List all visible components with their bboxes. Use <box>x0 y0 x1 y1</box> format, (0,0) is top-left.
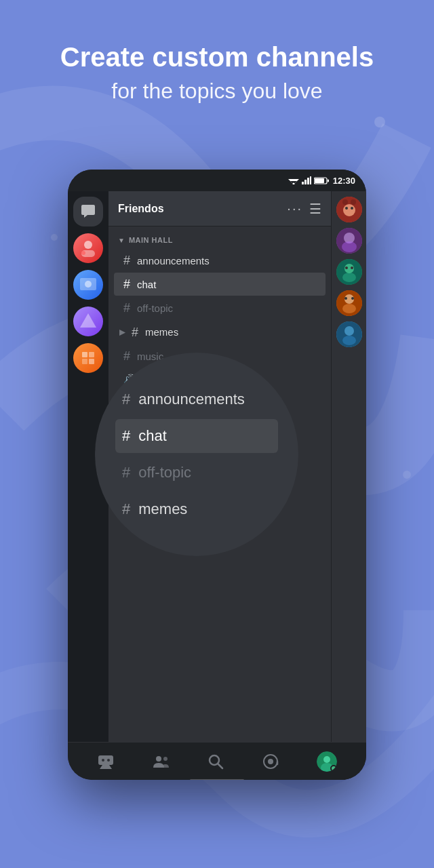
svg-point-2 <box>51 234 58 241</box>
bullet-icon-memes: ▸ <box>119 326 125 338</box>
svg-rect-13 <box>328 179 329 182</box>
nav-mentions[interactable] <box>262 753 279 770</box>
home-server-icon[interactable] <box>73 197 103 226</box>
member-avatar-4[interactable] <box>336 290 362 316</box>
hamburger-menu-button[interactable]: ☰ <box>309 201 321 217</box>
search-nav-icon <box>207 753 224 770</box>
svg-rect-12 <box>315 178 324 183</box>
svg-point-51 <box>344 297 347 300</box>
phone-mockup: 12:30 <box>68 170 366 780</box>
spotlight-name-chat: chat <box>138 427 167 445</box>
channel-announcements[interactable]: # announcements <box>114 249 326 272</box>
spotlight-hash-memes: # <box>122 500 130 518</box>
svg-line-62 <box>218 764 222 768</box>
svg-point-52 <box>351 297 354 300</box>
svg-point-60 <box>163 757 167 761</box>
spotlight-hash-announcements: # <box>122 391 130 408</box>
nav-search[interactable] <box>207 753 224 770</box>
svg-point-59 <box>156 756 161 762</box>
server-name-label: Friendos <box>118 203 280 215</box>
svg-point-35 <box>342 199 348 205</box>
server-icon-2[interactable] <box>73 270 103 300</box>
svg-rect-8 <box>304 180 307 184</box>
channel-name-memes: memes <box>145 326 178 338</box>
svg-point-14 <box>84 241 92 249</box>
member-avatar-2[interactable] <box>336 228 362 254</box>
member-img-4 <box>336 290 362 316</box>
member-avatar-5[interactable] <box>336 321 362 347</box>
nav-friends[interactable] <box>152 753 170 770</box>
spotlight-hash-off-topic: # <box>122 464 130 481</box>
discord-nav-icon <box>97 753 115 770</box>
spotlight-channel-memes[interactable]: # memes <box>115 492 278 526</box>
svg-point-39 <box>351 207 353 210</box>
battery-icon <box>314 177 329 184</box>
svg-point-37 <box>343 204 355 216</box>
home-indicator-bar <box>190 779 244 781</box>
svg-point-18 <box>85 281 92 288</box>
hash-icon-off-topic: # <box>123 302 130 314</box>
status-time: 12:30 <box>333 176 355 186</box>
server-avatar-img-2 <box>78 275 98 295</box>
member-avatar-3[interactable] <box>336 259 362 285</box>
server-icon-4[interactable] <box>73 343 103 373</box>
page-title: Create custom channels <box>27 41 407 73</box>
member-sidebar <box>331 191 366 742</box>
svg-point-42 <box>342 241 357 252</box>
svg-rect-20 <box>82 352 87 357</box>
channel-name-off-topic: off-topic <box>137 302 173 314</box>
hash-icon-chat: # <box>123 278 130 290</box>
channel-name-chat: chat <box>137 279 156 290</box>
svg-point-55 <box>342 336 356 345</box>
svg-point-57 <box>102 759 104 762</box>
spotlight-channel-off-topic[interactable]: # off-topic <box>115 456 278 490</box>
spotlight-name-off-topic: off-topic <box>138 464 191 481</box>
nav-profile[interactable] <box>317 751 337 772</box>
category-arrow-icon: ▼ <box>118 237 125 244</box>
header-section: Create custom channels for the topics yo… <box>0 41 434 106</box>
member-avatar-1[interactable] <box>336 197 362 222</box>
svg-point-47 <box>351 267 353 269</box>
spotlight-hash-chat: # <box>122 427 130 445</box>
server-icon-1[interactable] <box>73 233 103 263</box>
status-icons <box>288 176 329 184</box>
server-avatar-img-3 <box>78 311 98 332</box>
svg-rect-9 <box>307 178 309 184</box>
chat-bubble-icon <box>80 203 96 220</box>
channel-header: Friendos ··· ☰ <box>108 191 331 226</box>
svg-point-38 <box>345 207 348 210</box>
spotlight-overlay: # announcements # chat # off-topic # mem… <box>95 353 298 556</box>
nav-discord[interactable] <box>97 753 115 770</box>
friends-nav-icon <box>152 753 170 770</box>
spotlight-name-announcements: announcements <box>138 391 245 408</box>
page-subtitle: for the topics you love <box>27 77 407 106</box>
svg-rect-56 <box>98 755 113 765</box>
svg-point-54 <box>344 326 354 336</box>
svg-point-50 <box>342 304 356 313</box>
svg-rect-23 <box>89 359 94 364</box>
category-main-hall[interactable]: ▼ MAIN HALL <box>108 232 331 248</box>
channel-memes[interactable]: ▸ # memes <box>110 320 326 344</box>
svg-point-36 <box>351 199 356 205</box>
svg-point-46 <box>345 267 348 269</box>
server-avatar-img-1 <box>78 238 98 258</box>
hash-icon-memes: # <box>132 326 138 338</box>
mentions-nav-icon <box>262 753 279 770</box>
server-icon-3[interactable] <box>73 307 103 336</box>
signal-icon <box>302 176 311 184</box>
spotlight-channel-announcements[interactable]: # announcements <box>115 382 278 416</box>
svg-point-67 <box>323 756 330 763</box>
svg-point-64 <box>268 759 273 764</box>
online-status-indicator <box>330 765 337 772</box>
svg-rect-21 <box>89 352 94 357</box>
svg-point-3 <box>403 471 411 479</box>
more-options-button[interactable]: ··· <box>287 201 302 216</box>
channel-chat[interactable]: # chat <box>114 273 326 296</box>
svg-point-58 <box>107 759 110 762</box>
channel-off-topic[interactable]: # off-topic <box>114 296 326 319</box>
wifi-icon <box>288 176 299 184</box>
svg-marker-19 <box>80 313 96 328</box>
spotlight-channel-chat[interactable]: # chat <box>115 419 278 453</box>
server-avatar-img-4 <box>78 348 98 368</box>
svg-point-1 <box>374 117 385 127</box>
